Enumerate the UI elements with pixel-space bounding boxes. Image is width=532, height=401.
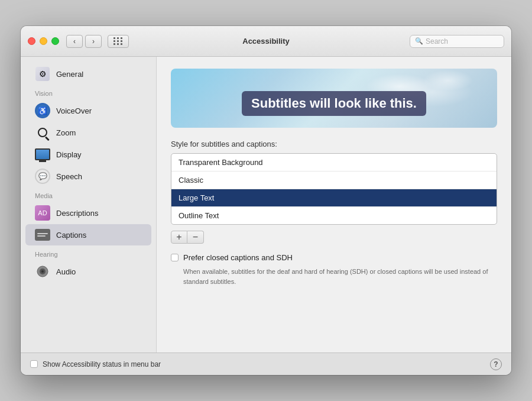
- svg-point-2: [41, 270, 44, 273]
- nav-buttons: ‹ ›: [66, 35, 102, 48]
- styles-listbox: Transparent Background Classic Large Tex…: [171, 153, 497, 225]
- sidebar-label-zoom: Zoom: [56, 128, 76, 137]
- sidebar-item-general[interactable]: ⚙ General: [25, 63, 151, 85]
- help-button[interactable]: ?: [490, 358, 502, 370]
- content-area: Subtitles will look like this. Style for…: [157, 57, 511, 353]
- main-window: ‹ › Accessibility 🔍 ⚙ General: [21, 26, 511, 375]
- sidebar-label-display: Display: [56, 150, 82, 159]
- sidebar-label-general: General: [56, 70, 83, 79]
- section-header-media: Media: [21, 187, 156, 202]
- list-action-buttons: + −: [171, 231, 497, 244]
- subtitle-preview: Subtitles will look like this.: [171, 69, 497, 128]
- minimize-button[interactable]: [40, 37, 47, 45]
- subtitle-text-box: Subtitles will look like this.: [242, 91, 426, 116]
- show-status-checkbox[interactable]: [30, 360, 38, 368]
- zoom-icon: [35, 125, 50, 140]
- traffic-lights: [28, 37, 59, 45]
- section-header-vision: Vision: [21, 85, 156, 99]
- style-for-subtitles-label: Style for subtitles and captions:: [171, 140, 497, 148]
- style-transparent-background[interactable]: Transparent Background: [171, 154, 497, 172]
- forward-button[interactable]: ›: [85, 35, 102, 48]
- style-classic[interactable]: Classic: [171, 172, 497, 189]
- add-style-button[interactable]: +: [171, 231, 187, 244]
- style-large-text[interactable]: Large Text: [171, 189, 497, 207]
- sidebar-item-captions[interactable]: Captions: [25, 224, 151, 245]
- back-button[interactable]: ‹: [66, 35, 83, 48]
- titlebar: ‹ › Accessibility 🔍: [21, 26, 511, 57]
- sidebar-label-descriptions: Descriptions: [56, 209, 99, 218]
- main-content: ⚙ General Vision ♿ VoiceOver: [21, 57, 511, 353]
- sidebar-item-voiceover[interactable]: ♿ VoiceOver: [25, 100, 151, 121]
- style-outline-text[interactable]: Outline Text: [171, 207, 497, 224]
- search-box[interactable]: 🔍: [410, 35, 504, 48]
- general-icon: ⚙: [35, 66, 50, 82]
- search-icon: 🔍: [415, 37, 423, 45]
- sidebar-item-speech[interactable]: 💬 Speech: [25, 166, 151, 187]
- closed-captions-row: Prefer closed captions and SDH: [171, 253, 497, 262]
- closed-captions-description: When available, subtitles for the deaf a…: [183, 267, 497, 286]
- display-icon: [35, 147, 50, 162]
- sidebar: ⚙ General Vision ♿ VoiceOver: [21, 57, 157, 353]
- sidebar-item-display[interactable]: Display: [25, 144, 151, 165]
- descriptions-icon: AD: [35, 205, 50, 221]
- sidebar-item-audio[interactable]: Audio: [25, 261, 151, 282]
- close-button[interactable]: [28, 37, 35, 45]
- sidebar-item-descriptions[interactable]: AD Descriptions: [25, 202, 151, 224]
- sidebar-label-speech: Speech: [56, 172, 82, 181]
- sidebar-item-zoom[interactable]: Zoom: [25, 122, 151, 143]
- grid-icon: [113, 37, 123, 45]
- bottom-bar: Show Accessibility status in menu bar ?: [21, 353, 511, 375]
- sidebar-label-audio: Audio: [56, 267, 76, 276]
- maximize-button[interactable]: [51, 37, 59, 45]
- voiceover-icon: ♿: [35, 103, 50, 118]
- subtitle-preview-text: Subtitles will look like this.: [251, 96, 417, 111]
- sidebar-label-voiceover: VoiceOver: [56, 106, 92, 115]
- audio-icon: [35, 264, 50, 279]
- speech-icon: 💬: [35, 169, 50, 184]
- show-status-label: Show Accessibility status in menu bar: [43, 360, 161, 368]
- closed-captions-label: Prefer closed captions and SDH: [183, 253, 293, 262]
- section-header-hearing: Hearing: [21, 246, 156, 260]
- search-input[interactable]: [426, 37, 499, 46]
- sidebar-label-captions: Captions: [56, 231, 86, 240]
- closed-captions-checkbox[interactable]: [171, 254, 179, 261]
- remove-style-button[interactable]: −: [187, 231, 204, 244]
- grid-view-button[interactable]: [108, 35, 129, 48]
- window-title: Accessibility: [242, 37, 290, 46]
- captions-icon: [35, 227, 50, 242]
